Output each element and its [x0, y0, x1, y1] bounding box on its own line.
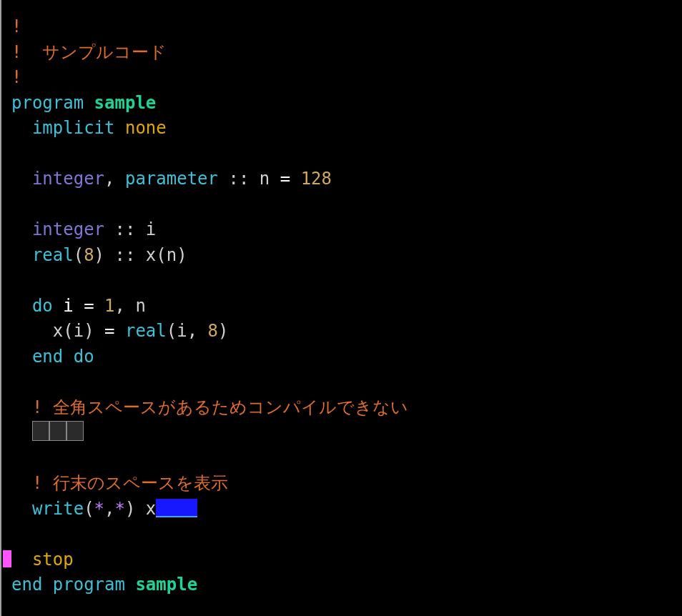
fullwidth-space-marker — [66, 421, 84, 441]
code-line[interactable] — [11, 446, 408, 472]
code-line[interactable]: ! サンプルコード — [11, 40, 408, 66]
token: ! — [11, 16, 21, 36]
code-editor[interactable]: !! サンプルコード!program sample implicit none … — [0, 0, 682, 616]
code-line[interactable]: real(8) :: x(n) — [11, 243, 408, 269]
code-line[interactable]: x(i) = real(i, 8) — [11, 319, 408, 344]
code-line[interactable] — [11, 192, 408, 218]
token: , — [104, 499, 114, 519]
token: i — [53, 296, 84, 316]
token: ) — [218, 321, 228, 341]
token: write — [32, 499, 84, 519]
indent — [11, 397, 32, 417]
code-line[interactable]: ! 行末のスペースを表示 — [11, 471, 408, 497]
code-line[interactable] — [11, 522, 408, 547]
indent — [11, 422, 32, 442]
token: integer — [32, 169, 104, 189]
token: = — [104, 321, 114, 341]
code-line[interactable] — [11, 141, 408, 167]
code-line[interactable]: end do — [11, 344, 408, 370]
indent — [11, 219, 32, 239]
token: stop — [32, 550, 74, 570]
code-line[interactable]: do i = 1, n — [11, 294, 408, 319]
token: = — [84, 296, 94, 316]
indent — [11, 550, 32, 570]
token: real — [32, 245, 74, 265]
token: ) :: x(n) — [94, 245, 187, 265]
code-line[interactable]: program sample — [11, 91, 408, 116]
token: ! サンプルコード — [11, 42, 167, 62]
token: none — [125, 118, 167, 138]
token: 128 — [301, 169, 332, 189]
indent — [11, 347, 32, 367]
token: * — [115, 499, 125, 519]
token: 8 — [208, 321, 218, 341]
indent — [11, 473, 32, 493]
token: :: n — [218, 169, 280, 189]
token: parameter — [125, 169, 218, 189]
token: end do — [32, 347, 94, 367]
token: (i, — [167, 321, 208, 341]
indent — [11, 321, 53, 341]
code-line[interactable]: write(*,*) x — [11, 497, 408, 522]
code-line[interactable]: ! — [11, 14, 408, 40]
token: ( — [74, 245, 84, 265]
token — [94, 296, 104, 316]
token: sample — [94, 93, 157, 113]
token: , n — [115, 296, 146, 316]
fullwidth-space-marker — [32, 421, 49, 441]
token: = — [280, 169, 290, 189]
code-line[interactable]: end program sample — [11, 572, 408, 598]
token — [115, 321, 125, 341]
code-line[interactable]: ! — [11, 65, 408, 91]
indent — [11, 118, 32, 138]
token: ! 全角スペースがあるためコンパイルできない — [32, 397, 408, 417]
code-line[interactable] — [11, 369, 408, 395]
indent — [11, 499, 32, 519]
cursor-position-marker — [3, 550, 11, 567]
code-line[interactable] — [11, 420, 408, 446]
token: x(i) — [53, 321, 104, 341]
token: * — [94, 499, 104, 519]
code-line[interactable]: ! 全角スペースがあるためコンパイルできない — [11, 395, 408, 421]
token — [290, 169, 300, 189]
token: :: i — [104, 219, 156, 239]
token: end program — [11, 575, 135, 595]
token: real — [125, 321, 167, 341]
token: sample — [135, 575, 197, 595]
code-line[interactable]: integer :: i — [11, 217, 408, 243]
indent — [11, 245, 32, 265]
code-line[interactable]: stop — [11, 547, 408, 573]
token: ! — [11, 67, 21, 87]
code-line[interactable]: integer, parameter :: n = 128 — [11, 167, 408, 192]
token: integer — [32, 219, 104, 239]
indent — [11, 296, 32, 316]
token: ) x — [125, 499, 156, 519]
code-line[interactable]: implicit none — [11, 116, 408, 141]
code-line[interactable] — [11, 268, 408, 294]
token: ( — [84, 499, 94, 519]
token: 1 — [104, 296, 114, 316]
token: , — [104, 169, 125, 189]
token: implicit — [32, 118, 125, 138]
token: do — [32, 296, 53, 316]
token: program — [11, 93, 94, 113]
gutter — [1, 0, 11, 616]
indent — [11, 169, 32, 189]
fullwidth-space-marker — [49, 421, 66, 441]
token: 8 — [84, 245, 94, 265]
code-area[interactable]: !! サンプルコード!program sample implicit none … — [11, 14, 408, 598]
trailing-whitespace-marker — [156, 499, 197, 517]
token: ! 行末のスペースを表示 — [32, 473, 228, 493]
